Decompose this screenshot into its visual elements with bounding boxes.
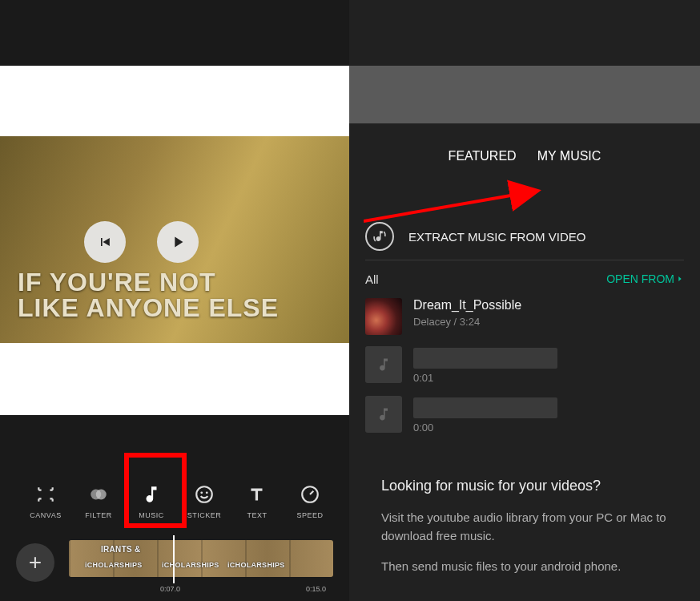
svg-point-2 <box>196 486 212 502</box>
open-from-button[interactable]: OPEN FROM <box>606 272 684 285</box>
plus-icon: + <box>29 550 42 575</box>
track-loading-bar <box>413 397 557 418</box>
tool-label: CANVAS <box>30 511 61 519</box>
time-marker: 0:15.0 <box>306 585 326 593</box>
add-clip-button[interactable]: + <box>16 543 54 582</box>
video-overlay-text: IF YOU'RE NOT LIKE ANYONE ELSE <box>18 269 279 321</box>
all-label: All <box>365 272 379 286</box>
svg-point-4 <box>206 491 208 494</box>
tool-label: STICKER <box>187 511 222 519</box>
clip-text: iCHOLARSHIPS <box>227 561 285 569</box>
track-title: Dream_It_Possible <box>413 298 684 313</box>
previous-button[interactable] <box>84 221 126 263</box>
sticker-icon <box>192 482 216 506</box>
editor-left-panel: IF YOU'RE NOT LIKE ANYONE ELSE CANVAS FI… <box>0 0 349 601</box>
text-tool[interactable]: TEXT <box>231 482 284 519</box>
canvas-tool[interactable]: CANVAS <box>19 482 72 519</box>
speed-icon <box>298 482 322 506</box>
skip-previous-icon <box>97 234 113 250</box>
track-thumbnail <box>365 298 402 335</box>
divider <box>365 260 684 260</box>
info-card: Looking for music for your videos? Visit… <box>365 458 684 601</box>
tab-my-music[interactable]: MY MUSIC <box>537 149 601 181</box>
svg-point-1 <box>96 490 107 500</box>
clip-text: iCHOLARSHIPS <box>162 561 219 569</box>
filter-icon <box>86 482 111 506</box>
music-tabs: FEATURED MY MUSIC <box>349 149 700 181</box>
filter-tool[interactable]: FILTER <box>72 482 125 519</box>
track-row[interactable]: 0:01 <box>365 346 684 384</box>
clip-title: IRANTS & <box>101 545 141 554</box>
extract-label: EXTRACT MUSIC FROM VIDEO <box>408 230 585 244</box>
chevron-right-icon <box>676 274 684 284</box>
play-button[interactable] <box>157 221 199 263</box>
canvas-icon <box>34 482 58 506</box>
track-thumbnail-placeholder <box>365 396 402 433</box>
overlay-line1: IF YOU'RE NOT <box>18 269 279 295</box>
playhead[interactable] <box>173 535 175 583</box>
timeline[interactable]: + IRANTS & iCHOLARSHIPS iCHOLARSHIPS iCH… <box>0 535 349 601</box>
track-row[interactable]: Dream_It_Possible Delacey / 3:24 <box>365 298 684 335</box>
overlay-line2: LIKE ANYONE ELSE <box>18 295 279 321</box>
info-body: Visit the youtube audio library from you… <box>381 509 668 576</box>
video-frame[interactable]: IF YOU'RE NOT LIKE ANYONE ELSE <box>0 136 349 343</box>
tool-label: FILTER <box>85 511 111 519</box>
highlight-box-music <box>124 453 187 528</box>
track-row[interactable]: 0:00 <box>365 396 684 434</box>
clip-strip[interactable]: IRANTS & iCHOLARSHIPS iCHOLARSHIPS iCHOL… <box>69 540 333 577</box>
music-note-icon <box>376 357 392 373</box>
info-paragraph: Then send music files to your android ph… <box>381 558 668 576</box>
extract-music-row[interactable]: EXTRACT MUSIC FROM VIDEO <box>365 218 684 255</box>
track-time: 0:01 <box>413 372 684 384</box>
speed-tool[interactable]: SPEED <box>284 482 336 519</box>
music-note-icon <box>376 406 392 422</box>
svg-line-6 <box>364 191 538 221</box>
play-icon <box>169 233 187 251</box>
clip-text: iCHOLARSHIPS <box>85 561 143 569</box>
info-title: Looking for music for your videos? <box>381 478 668 494</box>
tab-featured[interactable]: FEATURED <box>449 149 517 181</box>
music-right-panel: FEATURED MY MUSIC EXTRACT MUSIC FROM VID… <box>349 0 700 601</box>
video-preview-area: IF YOU'RE NOT LIKE ANYONE ELSE <box>0 66 349 415</box>
track-subtitle: Delacey / 3:24 <box>413 316 684 328</box>
right-top-strip <box>349 66 700 123</box>
tool-label: SPEED <box>296 511 323 519</box>
tool-label: TEXT <box>247 511 267 519</box>
track-time: 0:00 <box>413 422 684 434</box>
info-paragraph: Visit the youtube audio library from you… <box>381 509 668 545</box>
all-row: All OPEN FROM <box>365 268 684 290</box>
open-from-label: OPEN FROM <box>606 272 674 285</box>
svg-point-3 <box>200 491 203 494</box>
track-loading-bar <box>413 348 557 369</box>
track-thumbnail-placeholder <box>365 346 402 383</box>
extract-music-icon <box>365 222 394 251</box>
text-icon <box>245 482 269 506</box>
time-marker: 0:07.0 <box>160 585 180 593</box>
